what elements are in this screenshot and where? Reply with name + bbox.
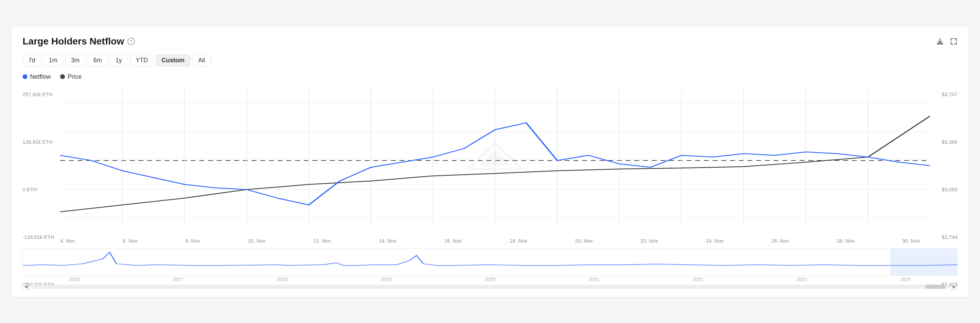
chart-container: 257.62k ETH 128.81k ETH 0 ETH -128.81k E… [22, 89, 958, 290]
x-label-3: 10. Nov [248, 238, 266, 244]
scrollbar-track[interactable] [31, 285, 949, 289]
mini-x-2020: 2020 [485, 277, 495, 282]
mini-x-2022: 2022 [692, 277, 703, 282]
mini-x-2023: 2023 [796, 277, 807, 282]
x-label-1: 6. Nov [123, 238, 137, 244]
legend-price-label: Price [68, 73, 82, 80]
x-label-6: 16. Nov [444, 238, 462, 244]
chart-legend: Netflow Price [22, 73, 958, 80]
netflow-dot [22, 74, 27, 79]
filter-all[interactable]: All [192, 54, 211, 66]
chart-title: Large Holders Netflow [22, 36, 124, 47]
scrollbar-area: ◀ ▶ [22, 283, 958, 290]
x-label-5: 14. Nov [379, 238, 396, 244]
legend-netflow: Netflow [22, 73, 51, 80]
chart-header: Large Holders Netflow ? [22, 36, 958, 47]
x-label-0: 4. Nov [60, 238, 75, 244]
filter-3m[interactable]: 3m [65, 54, 86, 66]
header-actions [936, 38, 958, 45]
scroll-right-button[interactable]: ▶ [951, 283, 958, 290]
mini-scroll-highlight [891, 249, 957, 275]
mini-chart-svg [23, 249, 957, 275]
filter-6m[interactable]: 6m [88, 54, 108, 66]
x-label-9: 22. Nov [640, 238, 658, 244]
mini-x-2017: 2017 [173, 277, 183, 282]
download-button[interactable] [936, 38, 944, 45]
mini-x-2019: 2019 [381, 277, 391, 282]
mini-x-2018: 2018 [277, 277, 287, 282]
help-icon[interactable]: ? [127, 38, 135, 45]
x-label-7: 18. Nov [509, 238, 527, 244]
x-axis: 4. Nov 6. Nov 8. Nov 10. Nov 12. Nov 14.… [22, 236, 958, 246]
mini-x-2024: 2024 [900, 277, 911, 282]
scroll-left-button[interactable]: ◀ [22, 283, 29, 290]
x-label-4: 12. Nov [313, 238, 331, 244]
filter-custom[interactable]: Custom [156, 54, 190, 66]
main-chart-area [22, 89, 958, 232]
legend-price: Price [60, 73, 82, 80]
title-group: Large Holders Netflow ? [22, 36, 135, 47]
mini-x-2016: 2016 [69, 277, 80, 282]
price-dot [60, 74, 65, 79]
filter-7d[interactable]: 7d [22, 54, 41, 66]
x-label-11: 26. Nov [771, 238, 789, 244]
filter-1y[interactable]: 1y [110, 54, 128, 66]
expand-button[interactable] [950, 38, 958, 45]
x-label-13: 30. Nov [902, 238, 920, 244]
x-label-10: 24. Nov [706, 238, 724, 244]
x-label-8: 20. Nov [575, 238, 593, 244]
x-label-2: 8. Nov [185, 238, 200, 244]
filter-ytd[interactable]: YTD [130, 54, 154, 66]
svg-rect-0 [937, 43, 943, 44]
mini-netflow-line [23, 252, 957, 265]
scrollbar-thumb[interactable] [925, 285, 946, 289]
mini-x-2021: 2021 [589, 277, 599, 282]
time-filter-group: 7d 1m 3m 6m 1y YTD Custom All [22, 54, 958, 66]
filter-1m[interactable]: 1m [43, 54, 63, 66]
main-chart-svg [60, 89, 930, 232]
mini-x-axis: 2016 2017 2018 2019 2020 2021 2022 2023 … [22, 276, 958, 283]
legend-netflow-label: Netflow [30, 73, 51, 80]
mini-chart-area [22, 248, 958, 276]
x-label-12: 28. Nov [837, 238, 854, 244]
chart-card: Large Holders Netflow ? 7d 1m 3m 6m 1y Y… [12, 26, 968, 297]
